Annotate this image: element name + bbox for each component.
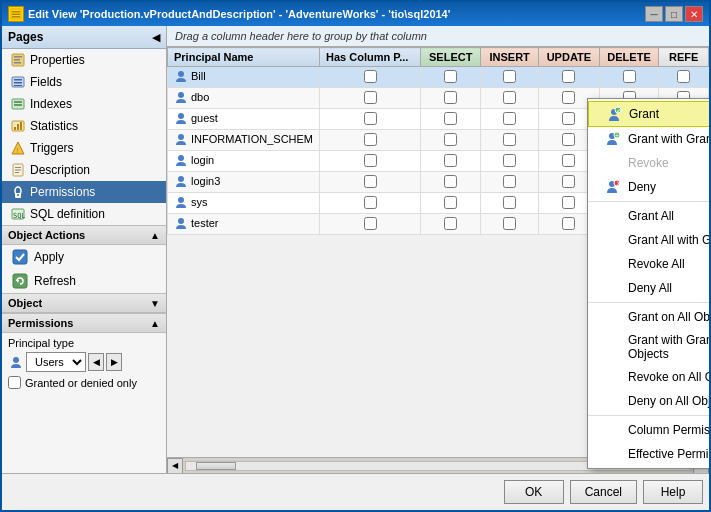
select-checkbox[interactable] bbox=[444, 217, 457, 230]
principal-type-dropdown[interactable]: Users bbox=[26, 352, 86, 372]
nav-item-description[interactable]: Description bbox=[2, 159, 166, 181]
sql-definition-label: SQL definition bbox=[30, 207, 105, 221]
principal-type-row: Users ◀ ▶ bbox=[8, 352, 160, 372]
svg-rect-3 bbox=[12, 16, 20, 18]
update-checkbox[interactable] bbox=[562, 217, 575, 230]
insert-checkbox[interactable] bbox=[503, 175, 516, 188]
select-checkbox[interactable] bbox=[444, 175, 457, 188]
update-checkbox[interactable] bbox=[562, 196, 575, 209]
menu-icon-placeholder bbox=[604, 446, 622, 462]
next-arrow-btn[interactable]: ▶ bbox=[106, 353, 122, 371]
menu-item-grant-all-objects[interactable]: Grant on All Objects bbox=[588, 305, 709, 329]
menu-item-label: Grant on All Objects bbox=[628, 310, 709, 324]
scroll-left-btn[interactable]: ◀ bbox=[167, 458, 183, 474]
select-checkbox[interactable] bbox=[444, 112, 457, 125]
menu-item-revoke-all-objects[interactable]: Revoke on All Objects bbox=[588, 365, 709, 389]
insert-checkbox[interactable] bbox=[503, 133, 516, 146]
nav-item-indexes[interactable]: Indexes bbox=[2, 93, 166, 115]
object-section-collapse[interactable]: ▼ bbox=[150, 298, 160, 309]
menu-item-grant-all-option[interactable]: Grant All with Grant Option bbox=[588, 228, 709, 252]
has-column-checkbox[interactable] bbox=[364, 70, 377, 83]
menu-item-grant-with-option[interactable]: +Grant with Grant Option bbox=[588, 127, 709, 151]
menu-item-grant-all[interactable]: Grant All bbox=[588, 204, 709, 228]
menu-item-deny-all-objects[interactable]: Deny on All Objects bbox=[588, 389, 709, 413]
menu-item-deny-all[interactable]: Deny All bbox=[588, 276, 709, 300]
update-checkbox[interactable] bbox=[562, 70, 575, 83]
has-column-checkbox[interactable] bbox=[364, 133, 377, 146]
update-checkbox[interactable] bbox=[562, 91, 575, 104]
cancel-button[interactable]: Cancel bbox=[570, 480, 637, 504]
nav-item-fields[interactable]: Fields bbox=[2, 71, 166, 93]
object-actions-collapse[interactable]: ▲ bbox=[150, 230, 160, 241]
menu-separator bbox=[588, 201, 709, 202]
triggers-icon: ! bbox=[10, 140, 26, 156]
update-checkbox[interactable] bbox=[562, 133, 575, 146]
menu-item-grant-all-objects-option[interactable]: Grant with Grant Option on All Objects bbox=[588, 329, 709, 365]
svg-rect-5 bbox=[14, 56, 22, 58]
prev-arrow-btn[interactable]: ◀ bbox=[88, 353, 104, 371]
has-column-checkbox[interactable] bbox=[364, 154, 377, 167]
table-row[interactable]: Bill bbox=[168, 67, 709, 88]
has-column-checkbox[interactable] bbox=[364, 91, 377, 104]
nav-item-properties[interactable]: Properties bbox=[2, 49, 166, 71]
maximize-button[interactable]: □ bbox=[665, 6, 683, 22]
nav-item-statistics[interactable]: Statistics bbox=[2, 115, 166, 137]
menu-item-deny[interactable]: ✕Deny bbox=[588, 175, 709, 199]
cell-principal-name: login3 bbox=[168, 172, 320, 193]
update-checkbox[interactable] bbox=[562, 175, 575, 188]
help-button[interactable]: Help bbox=[643, 480, 703, 504]
select-checkbox[interactable] bbox=[444, 70, 457, 83]
insert-checkbox[interactable] bbox=[503, 91, 516, 104]
has-column-checkbox[interactable] bbox=[364, 175, 377, 188]
svg-rect-6 bbox=[14, 59, 20, 61]
scroll-thumb[interactable] bbox=[196, 462, 236, 470]
select-checkbox[interactable] bbox=[444, 133, 457, 146]
menu-item-grant[interactable]: ✓Grant bbox=[588, 101, 709, 127]
update-checkbox[interactable] bbox=[562, 154, 575, 167]
object-actions-header[interactable]: Object Actions ▲ bbox=[2, 225, 166, 245]
nav-item-triggers[interactable]: ! Triggers bbox=[2, 137, 166, 159]
pages-collapse-icon[interactable]: ◀ bbox=[152, 31, 160, 44]
user-row-icon: sys bbox=[174, 195, 208, 209]
svg-rect-18 bbox=[20, 122, 22, 130]
permissions-subsection-header[interactable]: Permissions ▲ bbox=[2, 313, 166, 333]
insert-checkbox[interactable] bbox=[503, 112, 516, 125]
menu-icon-placeholder bbox=[604, 369, 622, 385]
object-section-header[interactable]: Object ▼ bbox=[2, 293, 166, 313]
ok-button[interactable]: OK bbox=[504, 480, 564, 504]
refresh-icon bbox=[12, 273, 28, 289]
insert-checkbox[interactable] bbox=[503, 154, 516, 167]
col-header-select: SELECT bbox=[421, 48, 481, 67]
pages-section-header: Pages ◀ bbox=[2, 26, 166, 49]
has-column-checkbox[interactable] bbox=[364, 217, 377, 230]
action-apply[interactable]: Apply bbox=[2, 245, 166, 269]
select-checkbox[interactable] bbox=[444, 91, 457, 104]
menu-item-effective-permissions[interactable]: Effective Permissions... bbox=[588, 442, 709, 466]
insert-checkbox[interactable] bbox=[503, 217, 516, 230]
has-column-checkbox[interactable] bbox=[364, 196, 377, 209]
minimize-button[interactable]: ─ bbox=[645, 6, 663, 22]
update-checkbox[interactable] bbox=[562, 112, 575, 125]
insert-checkbox[interactable] bbox=[503, 70, 516, 83]
close-button[interactable]: ✕ bbox=[685, 6, 703, 22]
select-checkbox[interactable] bbox=[444, 154, 457, 167]
delete-checkbox[interactable] bbox=[623, 70, 636, 83]
granted-denied-checkbox[interactable] bbox=[8, 376, 21, 389]
svg-text:✕: ✕ bbox=[616, 180, 622, 187]
menu-item-revoke-all[interactable]: Revoke All bbox=[588, 252, 709, 276]
description-icon bbox=[10, 162, 26, 178]
permissions-subsection-collapse[interactable]: ▲ bbox=[150, 318, 160, 329]
has-column-checkbox[interactable] bbox=[364, 112, 377, 125]
cell-select bbox=[421, 193, 481, 214]
nav-item-sql-definition[interactable]: SQL SQL definition bbox=[2, 203, 166, 225]
action-refresh[interactable]: Refresh bbox=[2, 269, 166, 293]
bottom-bar: OK Cancel Help bbox=[2, 473, 709, 510]
cell-insert bbox=[481, 172, 539, 193]
refe-checkbox[interactable] bbox=[677, 70, 690, 83]
insert-checkbox[interactable] bbox=[503, 196, 516, 209]
menu-item-column-permissions[interactable]: Column Permissions... bbox=[588, 418, 709, 442]
select-checkbox[interactable] bbox=[444, 196, 457, 209]
nav-item-permissions[interactable]: Permissions bbox=[2, 181, 166, 203]
svg-text:+: + bbox=[615, 132, 619, 139]
cell-insert bbox=[481, 193, 539, 214]
